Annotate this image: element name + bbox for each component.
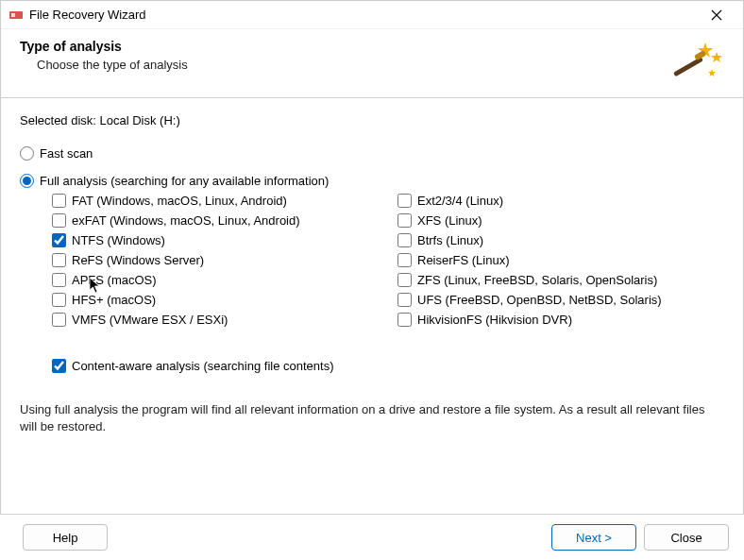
checkbox-zfs-label: ZFS (Linux, FreeBSD, Solaris, OpenSolari…: [417, 273, 657, 287]
checkbox-fat-label: FAT (Windows, macOS, Linux, Android): [72, 194, 287, 208]
checkbox-ufs-input[interactable]: [397, 293, 412, 307]
checkbox-reiserfs[interactable]: ReiserFS (Linux): [397, 253, 724, 267]
checkbox-zfs-input[interactable]: [397, 273, 412, 287]
checkbox-exfat-input[interactable]: [52, 213, 66, 228]
wizard-icon: [668, 39, 724, 86]
full-analysis-radio[interactable]: [20, 174, 34, 188]
checkbox-hfs-label: HFS+ (macOS): [72, 293, 156, 307]
checkbox-xfs-input[interactable]: [397, 213, 412, 228]
checkbox-btrfs-label: Btrfs (Linux): [417, 233, 483, 247]
filesystem-column-left: FAT (Windows, macOS, Linux, Android) exF…: [52, 194, 379, 332]
checkbox-fat-input[interactable]: [52, 194, 66, 208]
app-icon: [8, 8, 24, 23]
checkbox-content-aware-label: Content-aware analysis (searching file c…: [72, 359, 333, 373]
svg-marker-6: [708, 69, 716, 76]
filesystem-column-right: Ext2/3/4 (Linux) XFS (Linux) Btrfs (Linu…: [397, 194, 724, 332]
checkbox-xfs-label: XFS (Linux): [417, 213, 482, 228]
checkbox-reiserfs-label: ReiserFS (Linux): [417, 253, 510, 267]
checkbox-refs[interactable]: ReFS (Windows Server): [52, 253, 379, 267]
checkbox-hikvisionfs-label: HikvisionFS (Hikvision DVR): [417, 313, 572, 327]
full-analysis-option[interactable]: Full analysis (searching for any availab…: [20, 174, 724, 188]
filesystem-grid: FAT (Windows, macOS, Linux, Android) exF…: [52, 194, 724, 332]
checkbox-refs-label: ReFS (Windows Server): [72, 253, 204, 267]
checkbox-apfs[interactable]: APFS (macOS): [52, 273, 379, 287]
checkbox-hfs[interactable]: HFS+ (macOS): [52, 293, 379, 307]
checkbox-ntfs-label: NTFS (Windows): [72, 233, 165, 247]
checkbox-content-aware[interactable]: Content-aware analysis (searching file c…: [52, 359, 724, 373]
analysis-description: Using full analysis the program will fin…: [20, 401, 724, 447]
checkbox-ufs-label: UFS (FreeBSD, OpenBSD, NetBSD, Solaris): [417, 293, 662, 307]
close-icon: [711, 9, 722, 21]
titlebar: File Recovery Wizard: [1, 1, 743, 29]
checkbox-reiserfs-input[interactable]: [397, 253, 412, 267]
wizard-content: Selected disk: Local Disk (H:) Fast scan…: [1, 98, 743, 454]
checkbox-hikvisionfs[interactable]: HikvisionFS (Hikvision DVR): [397, 313, 724, 327]
checkbox-vmfs-label: VMFS (VMware ESX / ESXi): [72, 313, 228, 327]
checkbox-xfs[interactable]: XFS (Linux): [397, 213, 724, 228]
checkbox-btrfs-input[interactable]: [397, 233, 412, 247]
window-title: File Recovery Wizard: [29, 8, 698, 22]
checkbox-apfs-label: APFS (macOS): [72, 273, 157, 287]
close-footer-button[interactable]: Close: [644, 524, 729, 551]
page-title: Type of analysis: [20, 39, 668, 54]
svg-rect-1: [11, 13, 15, 17]
close-button[interactable]: [698, 2, 736, 28]
checkbox-ext-label: Ext2/3/4 (Linux): [417, 194, 503, 208]
fast-scan-label: Fast scan: [40, 146, 93, 161]
svg-rect-7: [673, 57, 703, 76]
checkbox-hikvisionfs-input[interactable]: [397, 313, 412, 327]
checkbox-zfs[interactable]: ZFS (Linux, FreeBSD, Solaris, OpenSolari…: [397, 273, 724, 287]
fast-scan-option[interactable]: Fast scan: [20, 146, 724, 161]
checkbox-refs-input[interactable]: [52, 253, 66, 267]
wizard-footer: Help Next > Close: [0, 514, 744, 560]
page-subtitle: Choose the type of analysis: [37, 58, 668, 72]
svg-marker-5: [711, 52, 722, 62]
checkbox-ufs[interactable]: UFS (FreeBSD, OpenBSD, NetBSD, Solaris): [397, 293, 724, 307]
wizard-header: Type of analysis Choose the type of anal…: [1, 29, 743, 98]
full-analysis-label: Full analysis (searching for any availab…: [40, 174, 329, 188]
help-button[interactable]: Help: [23, 524, 108, 551]
checkbox-ntfs-input[interactable]: [52, 233, 66, 247]
selected-disk-label: Selected disk: Local Disk (H:): [20, 113, 724, 127]
checkbox-content-aware-input[interactable]: [52, 359, 66, 373]
checkbox-exfat-label: exFAT (Windows, macOS, Linux, Android): [72, 213, 300, 228]
checkbox-ext[interactable]: Ext2/3/4 (Linux): [397, 194, 724, 208]
checkbox-hfs-input[interactable]: [52, 293, 66, 307]
checkbox-ext-input[interactable]: [397, 194, 412, 208]
checkbox-btrfs[interactable]: Btrfs (Linux): [397, 233, 724, 247]
checkbox-apfs-input[interactable]: [52, 273, 66, 287]
checkbox-vmfs-input[interactable]: [52, 313, 66, 327]
fast-scan-radio[interactable]: [20, 146, 34, 161]
checkbox-fat[interactable]: FAT (Windows, macOS, Linux, Android): [52, 194, 379, 208]
checkbox-exfat[interactable]: exFAT (Windows, macOS, Linux, Android): [52, 213, 379, 228]
checkbox-vmfs[interactable]: VMFS (VMware ESX / ESXi): [52, 313, 379, 327]
checkbox-ntfs[interactable]: NTFS (Windows): [52, 233, 379, 247]
next-button[interactable]: Next >: [551, 524, 636, 551]
